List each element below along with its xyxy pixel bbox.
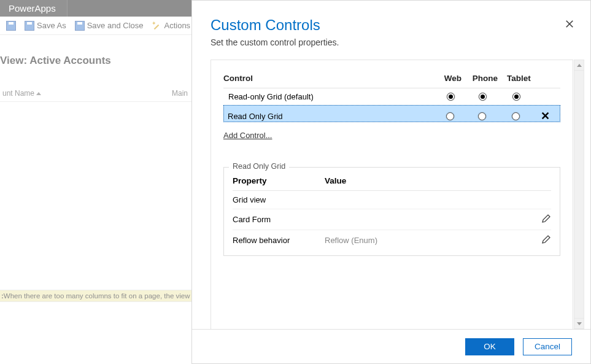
pencil-icon	[541, 234, 551, 244]
col-tablet: Tablet	[502, 74, 536, 83]
ok-button[interactable]: OK	[465, 338, 514, 355]
controls-table: Control Web Phone Tablet Read-only Grid …	[223, 74, 560, 122]
properties-legend: Read Only Grid	[229, 162, 289, 171]
radio-phone[interactable]	[479, 93, 487, 101]
pencil-icon	[541, 214, 551, 223]
properties-header: Property Value	[233, 176, 551, 191]
dialog-header: Custom Controls Set the custom control p…	[192, 1, 590, 60]
col-value: Value	[325, 176, 533, 185]
property-row-reflow: Reflow behavior Reflow (Enum)	[233, 230, 551, 250]
col-control: Control	[223, 74, 438, 83]
col-web: Web	[438, 74, 468, 83]
control-row-readonlygrid[interactable]: Read Only Grid ✕	[223, 105, 560, 122]
radio-tablet[interactable]	[512, 93, 520, 101]
property-label: Grid view	[233, 195, 325, 204]
edit-property-button[interactable]	[533, 234, 551, 246]
add-control-link[interactable]: Add Control...	[223, 131, 560, 140]
dialog-subtitle: Set the custom control properties.	[211, 37, 572, 47]
dialog-body: Control Web Phone Tablet Read-only Grid …	[192, 60, 590, 329]
col-property: Property	[233, 176, 325, 185]
control-row-default[interactable]: Read-only Grid (default)	[223, 88, 560, 105]
dialog-scrollbar[interactable]	[574, 60, 584, 329]
radio-phone[interactable]	[478, 112, 486, 120]
cancel-button[interactable]: Cancel	[523, 338, 572, 355]
properties-fieldset: Read Only Grid Property Value Grid view …	[223, 167, 560, 256]
radio-tablet[interactable]	[512, 112, 520, 120]
control-name: Read Only Grid	[228, 112, 435, 121]
radio-web[interactable]	[447, 93, 455, 101]
dialog-title: Custom Controls	[211, 17, 572, 34]
dialog-body-panel: Control Web Phone Tablet Read-only Grid …	[211, 60, 573, 329]
custom-controls-dialog: Custom Controls Set the custom control p…	[191, 0, 591, 364]
scroll-down-button[interactable]	[574, 318, 584, 328]
col-phone: Phone	[468, 74, 502, 83]
close-icon	[565, 20, 574, 28]
property-label: Card Form	[233, 215, 325, 224]
remove-control-button[interactable]: ✕	[533, 109, 557, 123]
edit-property-button[interactable]	[533, 214, 551, 225]
controls-table-header: Control Web Phone Tablet	[223, 74, 560, 88]
property-row-card-form: Card Form	[233, 209, 551, 230]
control-name: Read-only Grid (default)	[228, 92, 435, 101]
property-row-grid-view: Grid view	[233, 191, 551, 209]
scroll-up-button[interactable]	[574, 60, 584, 71]
property-value: Reflow (Enum)	[325, 236, 533, 245]
property-label: Reflow behavior	[233, 236, 325, 245]
dialog-footer: OK Cancel	[192, 329, 590, 363]
dialog-close-button[interactable]	[563, 19, 576, 31]
radio-web[interactable]	[446, 112, 454, 120]
